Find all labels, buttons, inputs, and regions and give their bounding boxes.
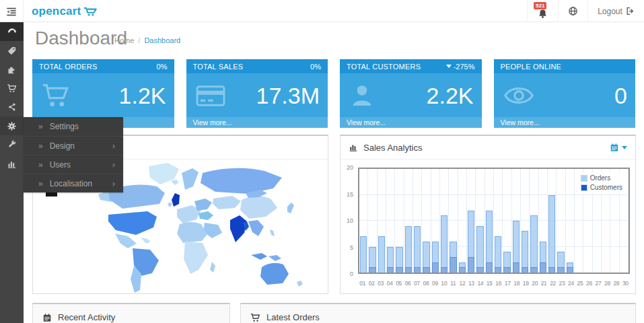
chevron-right-icon: › bbox=[112, 178, 115, 188]
puzzle-icon bbox=[7, 65, 17, 75]
y-tick-label: 5 bbox=[350, 244, 353, 251]
x-tick-label: 24 bbox=[567, 280, 575, 287]
panel-title: Sales Analytics bbox=[363, 143, 422, 153]
tile-delta: 0% bbox=[157, 63, 168, 71]
tile-value: 2.2K bbox=[427, 82, 474, 108]
y-tick-label: 20 bbox=[347, 164, 353, 171]
sidebar-item-sales[interactable] bbox=[0, 79, 24, 98]
bar-chart-icon bbox=[7, 159, 17, 169]
customers-bar bbox=[495, 267, 501, 273]
breadcrumb: Home / Dashboard bbox=[114, 36, 180, 44]
tile-label: TOTAL ORDERS bbox=[39, 63, 98, 71]
shopping-cart-icon bbox=[7, 83, 17, 94]
legend-swatch bbox=[581, 184, 587, 191]
sidebar-item-dashboard[interactable] bbox=[0, 22, 24, 41]
breadcrumb-home-link[interactable]: Home bbox=[114, 36, 134, 44]
breadcrumb-dashboard-link[interactable]: Dashboard bbox=[144, 36, 180, 44]
customers-bar bbox=[486, 262, 493, 273]
logout-button[interactable]: Logout bbox=[587, 0, 644, 22]
tag-icon bbox=[7, 46, 17, 56]
chart-column bbox=[539, 169, 548, 273]
header-controls: 521 Logout bbox=[527, 0, 644, 22]
chart-column bbox=[395, 169, 404, 273]
chart-column bbox=[440, 169, 449, 273]
breadcrumb-separator: / bbox=[138, 36, 140, 44]
sales-chart-xaxis: 0102030405060708091011121314151617181920… bbox=[358, 280, 630, 287]
orders-bar bbox=[530, 215, 537, 273]
submenu-item-design[interactable]: » Design › bbox=[24, 136, 123, 155]
customers-bar bbox=[414, 267, 421, 273]
orders-bar bbox=[522, 231, 528, 273]
chart-column bbox=[413, 169, 422, 273]
legend-label: Orders bbox=[590, 174, 611, 183]
sales-chart-plot[interactable]: Orders Customers bbox=[358, 168, 630, 274]
x-tick-label: 22 bbox=[548, 280, 557, 287]
shopping-cart-icon bbox=[41, 82, 71, 109]
orders-bar bbox=[405, 226, 412, 273]
chart-column bbox=[566, 169, 575, 273]
chart-column bbox=[422, 169, 431, 273]
sales-chart-yaxis: 05101520 bbox=[341, 168, 355, 274]
calendar-icon bbox=[42, 313, 52, 322]
chart-column bbox=[485, 169, 494, 273]
orders-bar bbox=[414, 226, 421, 273]
x-tick-label: 11 bbox=[449, 280, 458, 287]
view-more-link[interactable]: View more... bbox=[494, 117, 636, 128]
submenu-item-settings[interactable]: » Settings bbox=[24, 117, 123, 136]
x-tick-label: 12 bbox=[458, 280, 466, 287]
sidebar-item-system[interactable] bbox=[0, 116, 24, 135]
sidebar-item-catalog[interactable] bbox=[0, 41, 24, 60]
sidebar-toggle-button[interactable] bbox=[0, 0, 24, 22]
sidebar-item-reports[interactable] bbox=[0, 154, 24, 173]
opencart-logo[interactable]: opencart bbox=[32, 0, 98, 22]
recent-activity-panel: Recent Activity bbox=[32, 303, 230, 323]
double-angle-icon: » bbox=[38, 122, 43, 131]
sidebar-item-tools[interactable] bbox=[0, 135, 24, 154]
chart-column bbox=[548, 169, 557, 273]
chart-legend: Orders Customers bbox=[578, 172, 625, 194]
tile-delta: -275% bbox=[454, 63, 475, 71]
sidebar-item-marketing[interactable] bbox=[0, 98, 24, 116]
x-tick-label: 01 bbox=[358, 280, 367, 287]
notifications-button[interactable]: 521 bbox=[527, 0, 558, 22]
chevron-right-icon: › bbox=[112, 141, 115, 151]
x-tick-label: 07 bbox=[413, 280, 421, 287]
x-tick-label: 06 bbox=[403, 280, 412, 287]
chart-column bbox=[431, 169, 440, 273]
x-tick-label: 21 bbox=[539, 280, 548, 287]
y-tick-label: 15 bbox=[347, 191, 353, 198]
globe-icon bbox=[568, 6, 578, 16]
sidebar-item-extensions[interactable] bbox=[0, 60, 24, 79]
tile-value: 1.2K bbox=[119, 82, 166, 108]
chart-column bbox=[404, 169, 413, 273]
share-nodes-icon bbox=[7, 102, 17, 112]
x-tick-label: 18 bbox=[512, 280, 521, 287]
system-submenu: » Settings » Design › » Users › » Locali… bbox=[24, 117, 123, 192]
legend-swatch bbox=[581, 175, 587, 182]
sign-out-icon bbox=[626, 7, 635, 15]
submenu-item-users[interactable]: » Users › bbox=[24, 155, 123, 174]
latest-orders-panel: Latest Orders bbox=[240, 303, 636, 323]
view-more-link[interactable]: View more... bbox=[340, 117, 482, 128]
submenu-item-localisation[interactable]: » Localisation › bbox=[24, 174, 123, 192]
double-angle-icon: » bbox=[38, 141, 43, 151]
x-tick-label: 17 bbox=[503, 280, 512, 287]
panel-title: Latest Orders bbox=[266, 312, 320, 322]
view-more-link[interactable]: View more... bbox=[186, 117, 328, 128]
chart-column bbox=[512, 169, 521, 273]
x-tick-label: 15 bbox=[485, 280, 494, 287]
chart-column bbox=[494, 169, 503, 273]
x-tick-label: 27 bbox=[594, 280, 602, 287]
chart-range-dropdown[interactable] bbox=[610, 143, 627, 152]
double-angle-icon: » bbox=[38, 160, 43, 170]
customers-bar bbox=[503, 267, 510, 273]
x-tick-label: 10 bbox=[439, 280, 448, 287]
tile-people-online: PEOPLE ONLINE 0 View more... bbox=[494, 59, 636, 128]
x-tick-label: 23 bbox=[557, 280, 566, 287]
customers-bar bbox=[548, 267, 555, 273]
submenu-label: Users bbox=[50, 160, 71, 170]
orders-bar bbox=[441, 215, 448, 273]
chart-column bbox=[476, 169, 485, 273]
language-button[interactable] bbox=[558, 0, 587, 22]
customers-bar bbox=[405, 267, 412, 273]
